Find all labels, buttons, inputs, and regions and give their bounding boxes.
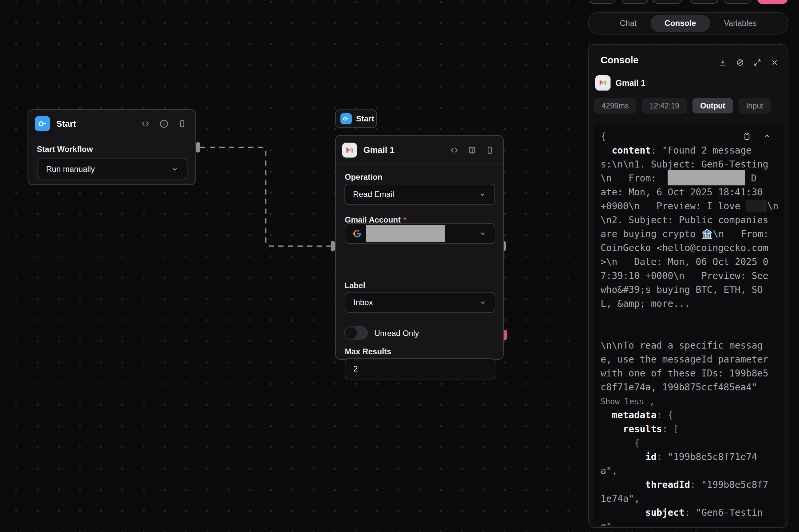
label-select[interactable]: Inbox	[345, 292, 496, 313]
chevron-down-icon	[170, 165, 180, 174]
console-json-line: L, &amp; more...	[600, 297, 782, 311]
console-json-line: c8f71e74a, 199b875ccf485ea4"	[600, 380, 782, 394]
close-icon[interactable]	[770, 58, 779, 67]
gmail-node[interactable]: Gmail 1 Operation Read Email	[335, 135, 504, 360]
docs-book-icon[interactable]	[467, 145, 477, 155]
expand-icon[interactable]	[753, 58, 762, 67]
console-json-line: >\n Date: Mon, 06 Oct 2025 0	[600, 255, 782, 269]
start-node-title: Start	[56, 119, 76, 129]
console-json-line: e, use the messageId parameter	[600, 353, 782, 366]
start-node-header: Start	[28, 110, 196, 138]
console-json-line	[600, 325, 782, 339]
toolbar-button-1[interactable]	[589, 0, 615, 4]
console-json-line: a",	[600, 464, 782, 478]
console-output-block[interactable]: { content: "Found 2 messages:\n\n1. Subj…	[593, 124, 784, 526]
console-json-line: \n2. Subject: Public companies	[600, 213, 782, 227]
label-label: Label	[345, 281, 365, 290]
start-workflow-select-value: Run manually	[46, 165, 95, 174]
start-workflow-select[interactable]: Run manually	[37, 158, 187, 179]
start-workflow-label: Start Workflow	[37, 145, 93, 154]
console-json-line: content: "Found 2 message	[600, 144, 782, 157]
console-node-name: Gmail 1	[615, 78, 645, 88]
console-json-line: s:\n\n1. Subject: Gen6-Testing	[600, 157, 782, 171]
required-asterisk: *	[403, 215, 406, 224]
redaction-box-light	[668, 170, 745, 185]
operation-select-value: Read Email	[353, 190, 394, 199]
download-icon[interactable]	[718, 58, 727, 67]
gmail-node-input-handle[interactable]	[331, 241, 335, 251]
console-json-line: +0900\n Preview: I love \n	[600, 200, 782, 213]
console-json-line: Show less ,	[600, 394, 782, 408]
gmail-icon	[595, 75, 611, 91]
duration-badge: 4299ms	[594, 98, 636, 113]
console-json-line: CoinGecko <hello@coingecko.com	[600, 241, 782, 255]
start-chip-icon	[340, 113, 352, 125]
timestamp-badge: 12:42:19	[642, 98, 687, 113]
tab-console[interactable]: Console	[651, 15, 710, 32]
console-json-line: g",	[600, 520, 782, 526]
max-results-value: 2	[353, 364, 358, 374]
console-json-line: \n\nTo read a specific messag	[600, 339, 782, 353]
console-json-line: results: [	[600, 422, 782, 436]
clear-ban-icon[interactable]	[736, 58, 745, 67]
console-json-line: 7:39:10 +0000\n Preview: See	[600, 269, 782, 283]
chevron-down-icon	[478, 229, 487, 238]
gmail-account-redacted-value	[366, 225, 445, 242]
info-icon[interactable]	[159, 119, 169, 129]
tab-chat[interactable]: Chat	[606, 15, 651, 32]
panel-tab-bar: ChatConsoleVariables	[588, 12, 788, 35]
console-node-row: Gmail 1	[595, 75, 645, 91]
toolbar-button-5[interactable]	[723, 0, 751, 4]
console-json-line: who&#39;s buying BTC, ETH, SO	[600, 283, 782, 297]
max-results-label: Max Results	[345, 347, 391, 356]
console-json-line	[600, 311, 782, 325]
max-results-input[interactable]: 2	[345, 358, 496, 379]
console-panel: Console Gmail 1	[588, 44, 788, 528]
toolbar-button-3[interactable]	[653, 0, 682, 4]
console-json-line: subject: "Gen6-Testin	[600, 506, 782, 520]
console-json-line: ate: Mon, 6 Oct 2025 18:41:30	[600, 185, 782, 200]
console-json-line: with one of these IDs: 199b8e5	[600, 366, 782, 380]
google-logo-icon	[353, 230, 361, 238]
start-node-output-handle[interactable]	[196, 142, 200, 153]
workflow-canvas[interactable]: Start Start Workflow Run manually	[0, 0, 799, 532]
phone-icon[interactable]	[178, 119, 187, 128]
label-select-value: Inbox	[353, 298, 373, 307]
console-json-line: 1e74a",	[600, 492, 782, 506]
start-node-icon	[35, 116, 50, 131]
chevron-down-icon	[478, 190, 487, 199]
unread-only-label: Unread Only	[374, 329, 419, 338]
console-json-line: metadata: {	[600, 408, 782, 422]
collapse-chevron-up-icon[interactable]	[762, 132, 771, 141]
console-json-line: are buying crypto 🏦\n From:	[600, 227, 782, 241]
unread-only-toggle[interactable]	[344, 326, 368, 340]
console-json-line: id: "199b8e5c8f71e74	[600, 450, 782, 464]
toolbar-button-2[interactable]	[621, 0, 648, 4]
show-less-link[interactable]: Show less	[600, 397, 644, 406]
console-json-line: \n From: D	[600, 171, 782, 185]
gmail-node-title: Gmail 1	[363, 145, 394, 155]
start-chip[interactable]: Start	[335, 110, 377, 128]
code-icon[interactable]	[141, 119, 150, 129]
console-title: Console	[600, 55, 638, 66]
gmail-node-pink-handle[interactable]	[503, 330, 507, 340]
gmail-account-select[interactable]	[345, 223, 496, 244]
output-tab[interactable]: Output	[692, 98, 732, 113]
tab-variables[interactable]: Variables	[710, 15, 770, 32]
toolbar-button-4[interactable]	[689, 0, 718, 4]
code-icon[interactable]	[449, 145, 459, 155]
phone-icon[interactable]	[485, 146, 495, 155]
start-node[interactable]: Start Start Workflow Run manually	[27, 109, 196, 185]
gmail-node-header: Gmail 1	[336, 136, 503, 165]
console-json-line: {	[600, 436, 782, 450]
copy-clipboard-icon[interactable]	[742, 132, 751, 141]
redaction-box-dark	[746, 200, 767, 212]
start-chip-label: Start	[356, 114, 374, 124]
operation-label: Operation	[345, 172, 382, 182]
console-json-output: { content: "Found 2 messages:\n\n1. Subj…	[600, 130, 782, 526]
chevron-down-icon	[478, 298, 487, 307]
gmail-icon	[342, 142, 357, 157]
operation-select[interactable]: Read Email	[345, 184, 495, 205]
input-tab[interactable]: Input	[739, 98, 771, 113]
toolbar-button-pink[interactable]	[757, 0, 788, 4]
